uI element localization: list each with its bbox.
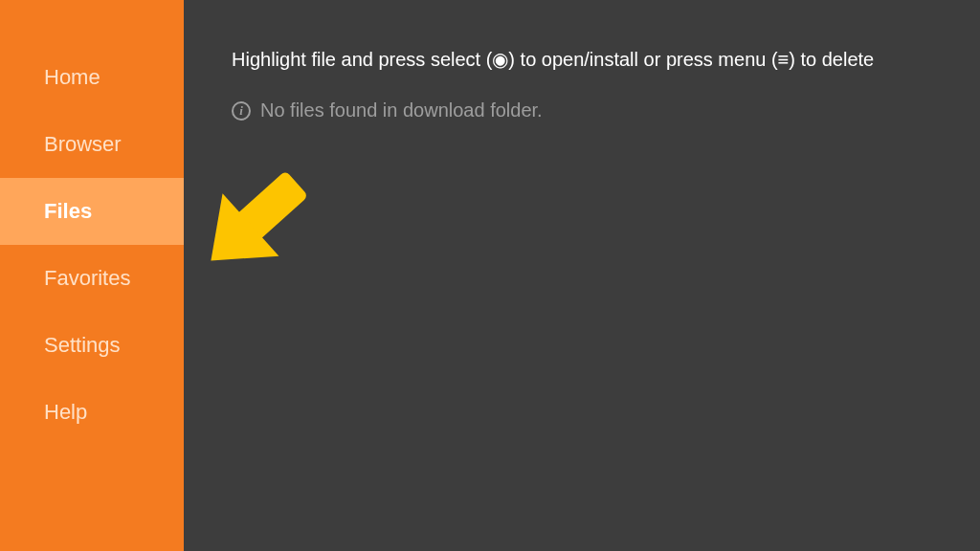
sidebar-item-label: Files: [44, 199, 92, 224]
info-message: No files found in download folder.: [260, 99, 543, 121]
sidebar-item-settings[interactable]: Settings: [0, 312, 184, 379]
sidebar-item-files[interactable]: Files: [0, 178, 184, 245]
sidebar-item-label: Browser: [44, 132, 122, 157]
sidebar-item-browser[interactable]: Browser: [0, 111, 184, 178]
sidebar-item-label: Favorites: [44, 266, 130, 291]
content-area: Highlight file and press select (◉) to o…: [184, 0, 980, 551]
info-row: i No files found in download folder.: [232, 99, 932, 121]
sidebar-item-home[interactable]: Home: [0, 44, 184, 111]
sidebar-item-label: Help: [44, 400, 87, 425]
app-root: Home Browser Files Favorites Settings He…: [0, 0, 980, 551]
sidebar: Home Browser Files Favorites Settings He…: [0, 0, 184, 551]
sidebar-item-favorites[interactable]: Favorites: [0, 245, 184, 312]
instruction-text: Highlight file and press select (◉) to o…: [232, 46, 932, 73]
sidebar-item-label: Home: [44, 65, 100, 90]
info-icon: i: [232, 101, 251, 121]
sidebar-item-label: Settings: [44, 333, 121, 358]
sidebar-item-help[interactable]: Help: [0, 379, 184, 446]
